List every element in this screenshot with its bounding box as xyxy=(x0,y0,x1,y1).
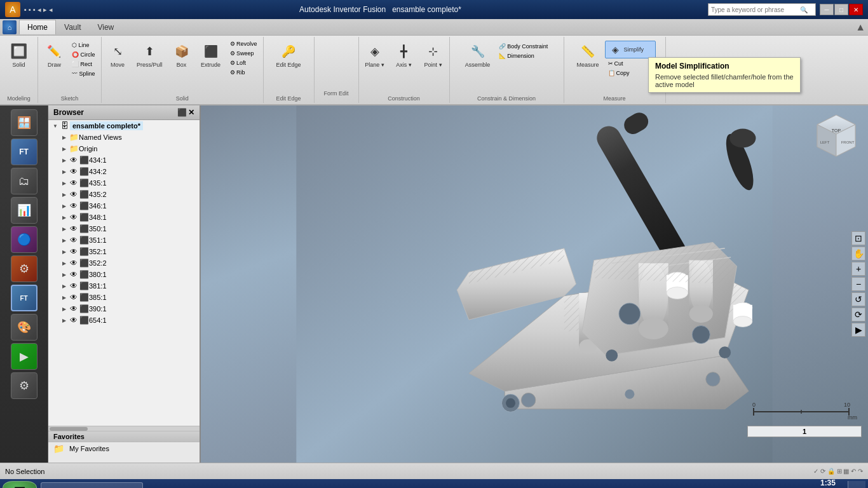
browser-item-654-1[interactable]: ▶ 👁 ⬛ 654:1 xyxy=(48,315,200,326)
arrow-435-2[interactable]: ▶ xyxy=(60,190,69,199)
app-icon-4[interactable]: 🔵 xyxy=(11,226,37,253)
body-constraint-btn[interactable]: 🔗Body Constraint xyxy=(496,42,551,51)
browser-item-352-2[interactable]: ▶ 👁 ⬛ 352:2 xyxy=(48,257,200,269)
pan-btn[interactable]: ✋ xyxy=(851,247,865,261)
taskbar-inventor[interactable]: 🔷 Autodesk Inventor Fusion xyxy=(41,482,143,488)
browser-item-380-1[interactable]: ▶ 👁 ⬛ 380:1 xyxy=(48,269,200,280)
browser-item-435-2[interactable]: ▶ 👁 ⬛ 435:2 xyxy=(48,189,200,200)
draw-button[interactable]: ✏️ Draw xyxy=(41,39,67,78)
tab-home[interactable]: Home xyxy=(19,20,56,34)
view-options-btn[interactable]: ▶ xyxy=(851,323,865,337)
arrow-346-1[interactable]: ▶ xyxy=(60,201,69,210)
browser-item-named-views[interactable]: ▶ 📁 Named Views xyxy=(48,132,200,143)
my-favorites-label[interactable]: My Favorites xyxy=(69,445,109,452)
ribbon-collapse-btn[interactable]: ▲ xyxy=(855,22,865,33)
arrow-385-1[interactable]: ▶ xyxy=(60,293,69,302)
app-icon-5[interactable]: ⚙ xyxy=(11,255,37,282)
close-button[interactable]: ✕ xyxy=(849,4,863,15)
browser-item-435-1[interactable]: ▶ 👁 ⬛ 435:1 xyxy=(48,177,200,189)
solid-small-4[interactable]: ⚙ Rib xyxy=(227,68,261,77)
arrow-351-1[interactable]: ▶ xyxy=(60,236,69,245)
browser-item-351-1[interactable]: ▶ 👁 ⬛ 351:1 xyxy=(48,234,200,246)
tab-vault[interactable]: Vault xyxy=(56,20,89,34)
zoom-out-btn[interactable]: − xyxy=(851,277,865,291)
small-tool-4[interactable]: 〰Spline xyxy=(69,69,98,78)
label-434-1: 434:1 xyxy=(89,156,107,164)
small-tool-3[interactable]: ⬜Rect xyxy=(69,60,98,69)
arrow-380-1[interactable]: ▶ xyxy=(60,270,69,279)
zoom-in-btn[interactable]: + xyxy=(851,262,865,276)
solid-small-2[interactable]: ⚙ Sweep xyxy=(227,49,261,58)
named-views-folder-icon: 📁 xyxy=(69,132,79,142)
navigation-cube[interactable]: TOP LEFT FRONT xyxy=(811,112,862,163)
browser-close-btn[interactable]: ✕ xyxy=(188,108,194,117)
tooltip-description: Remove selected fillet/chamfer/hole from… xyxy=(655,73,794,88)
app-icon-2[interactable]: 🗂 xyxy=(11,168,37,194)
browser-item-434-1[interactable]: ▶ 👁 ⬛ 434:1 xyxy=(48,154,200,166)
solid-small-3[interactable]: ⚙ Loft xyxy=(227,58,261,67)
orbit-btn[interactable]: ⟳ xyxy=(851,308,865,322)
home-icon[interactable]: ⌂ xyxy=(3,20,17,34)
browser-item-390-1[interactable]: ▶ 👁 ⬛ 390:1 xyxy=(48,303,200,315)
arrow-352-1[interactable]: ▶ xyxy=(60,247,69,256)
edit-edge-icon: 🔑 xyxy=(278,41,299,62)
browser-item-381-1[interactable]: ▶ 👁 ⬛ 381:1 xyxy=(48,280,200,292)
browser-root[interactable]: ▼ 🗄 ensamble completo* xyxy=(48,120,200,132)
search-box[interactable]: 🔍 xyxy=(708,3,816,16)
small-tool-2[interactable]: ⭕Circle xyxy=(69,50,98,59)
app-icon-gear[interactable]: ⚙ xyxy=(11,372,37,399)
show-desktop-btn[interactable]: ▮ xyxy=(848,481,865,488)
arrow-434-2[interactable]: ▶ xyxy=(60,167,69,176)
app-icon-3[interactable]: 📊 xyxy=(11,197,37,224)
rotate-btn[interactable]: ↺ xyxy=(851,292,865,306)
app-icon-windows[interactable]: 🪟 xyxy=(11,109,37,136)
maximize-button[interactable]: □ xyxy=(834,4,848,15)
browser-item-434-2[interactable]: ▶ 👁 ⬛ 434:2 xyxy=(48,166,200,177)
browser-restore-btn[interactable]: ⬛ xyxy=(177,108,187,117)
point-button[interactable]: ⊹ Point ▾ xyxy=(420,39,447,70)
arrow-381-1[interactable]: ▶ xyxy=(60,281,69,290)
app-icon-ft[interactable]: FT xyxy=(11,139,37,165)
arrow-350-1[interactable]: ▶ xyxy=(60,224,69,233)
browser-item-350-1[interactable]: ▶ 👁 ⬛ 350:1 xyxy=(48,223,200,234)
named-views-arrow[interactable]: ▶ xyxy=(60,133,69,142)
small-tool-1[interactable]: ⬡Line xyxy=(69,41,98,50)
arrow-348-1[interactable]: ▶ xyxy=(60,213,69,222)
search-input[interactable] xyxy=(711,6,800,13)
arrow-654-1[interactable]: ▶ xyxy=(60,316,69,325)
axis-button[interactable]: ╋ Axis ▾ xyxy=(391,39,417,70)
browser-item-385-1[interactable]: ▶ 👁 ⬛ 385:1 xyxy=(48,292,200,303)
arrow-390-1[interactable]: ▶ xyxy=(60,304,69,313)
simplify-button[interactable]: ◈ Simplify xyxy=(605,41,656,58)
tab-view[interactable]: View xyxy=(89,20,122,34)
press-pull-button[interactable]: ⬆ Press/Pull xyxy=(133,39,166,77)
browser-item-348-1[interactable]: ▶ 👁 ⬛ 348:1 xyxy=(48,212,200,223)
arrow-434-1[interactable]: ▶ xyxy=(60,156,69,165)
minimize-button[interactable]: ─ xyxy=(820,4,834,15)
edit-edge-button[interactable]: 🔑 Edit Edge xyxy=(273,39,304,70)
viewport[interactable]: TOP LEFT FRONT 0 10 mm 1 ⊡ ✋ + − ↺ xyxy=(201,105,868,463)
plane-button[interactable]: ◈ Plane ▾ xyxy=(362,39,388,70)
app-icon-active[interactable]: FT xyxy=(11,285,37,311)
browser-item-346-1[interactable]: ▶ 👁 ⬛ 346:1 xyxy=(48,200,200,212)
browser-item-origin[interactable]: ▶ 📁 Origin xyxy=(48,143,200,154)
solid-small-1[interactable]: ⚙ Revolve xyxy=(227,39,261,48)
origin-arrow[interactable]: ▶ xyxy=(60,144,69,153)
windows-taskbar: ⊞ 🔷 Autodesk Inventor Fusion 🔵 📶 🔊 ES 1:… xyxy=(0,479,868,488)
assemble-button[interactable]: 🔧 Assemble xyxy=(462,39,494,70)
dimension-btn[interactable]: 📐Dimension xyxy=(496,51,551,60)
solid-button[interactable]: 🔲 Solid xyxy=(4,39,34,70)
app-icon-7[interactable]: ▶ xyxy=(11,343,37,370)
measure-button[interactable]: 📏 Measure xyxy=(574,39,602,78)
arrow-352-2[interactable]: ▶ xyxy=(60,259,69,268)
move-button[interactable]: ⤡ Move xyxy=(104,39,131,77)
zoom-extent-btn[interactable]: ⊡ xyxy=(851,231,865,245)
start-button[interactable]: ⊞ xyxy=(3,481,37,488)
box-button[interactable]: 📦 Box xyxy=(168,39,195,77)
expand-root[interactable]: ▼ xyxy=(51,121,60,130)
app-icon-6[interactable]: 🎨 xyxy=(11,314,37,341)
arrow-435-1[interactable]: ▶ xyxy=(60,179,69,187)
extrude-button[interactable]: ⬛ Extrude xyxy=(198,39,224,77)
browser-scrollbar[interactable] xyxy=(50,427,88,431)
browser-item-352-1[interactable]: ▶ 👁 ⬛ 352:1 xyxy=(48,246,200,257)
